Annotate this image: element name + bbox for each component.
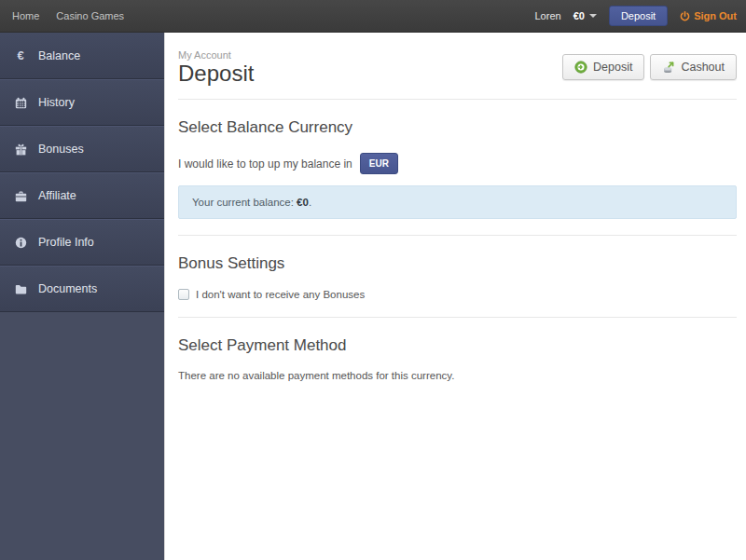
deposit-action-label: Deposit: [593, 61, 632, 74]
caret-down-icon: [589, 14, 597, 18]
current-balance-label: Your current balance:: [192, 197, 294, 208]
euro-icon: €: [11, 48, 30, 62]
bonus-checkbox-row: I don't want to receive any Bonuses: [178, 289, 737, 300]
sidebar-item-bonuses[interactable]: Bonuses: [0, 126, 164, 172]
calendar-icon: [11, 97, 30, 109]
topbar-deposit-button[interactable]: Deposit: [609, 6, 668, 26]
currency-section-heading: Select Balance Currency: [178, 118, 737, 137]
currency-select-button[interactable]: EUR: [360, 153, 398, 174]
current-balance-value: €0: [297, 197, 309, 208]
briefcase-icon: [11, 190, 30, 202]
main-header: My Account Deposit Deposit: [178, 49, 737, 86]
sidebar-item-label: Balance: [38, 49, 80, 62]
breadcrumb: My Account: [178, 49, 254, 61]
section-divider: [178, 235, 737, 236]
header-actions: Deposit Cashout: [562, 49, 737, 80]
signout-label: Sign Out: [694, 10, 737, 21]
currency-row: I would like to top up my balance in EUR: [178, 153, 737, 174]
signout-button[interactable]: Sign Out: [680, 10, 737, 21]
sidebar-item-affiliate[interactable]: Affiliate: [0, 172, 164, 219]
topbar-nav: Home Casino Games: [12, 10, 124, 21]
bonus-section-heading: Bonus Settings: [178, 254, 737, 273]
deposit-coin-icon: [574, 61, 587, 74]
sidebar-item-label: History: [38, 96, 75, 109]
nav-casino-games[interactable]: Casino Games: [56, 10, 124, 21]
sidebar-item-label: Profile Info: [38, 236, 94, 249]
section-divider: [178, 317, 737, 318]
no-bonuses-checkbox[interactable]: [178, 289, 189, 300]
current-balance-suffix: .: [309, 197, 311, 208]
balance-amount: €0: [573, 10, 585, 21]
page-title: Deposit: [178, 61, 254, 86]
currency-prompt: I would like to top up my balance in: [178, 157, 352, 171]
sidebar-item-label: Affiliate: [38, 189, 76, 202]
no-bonuses-label: I don't want to receive any Bonuses: [196, 289, 365, 300]
cashout-action-label: Cashout: [681, 61, 725, 74]
balance-dropdown[interactable]: €0: [573, 10, 597, 21]
title-block: My Account Deposit: [178, 49, 254, 86]
cashout-coins-icon: [662, 61, 675, 74]
sidebar: € Balance History: [0, 33, 165, 560]
cashout-action-button[interactable]: Cashout: [650, 54, 737, 80]
current-balance-box: Your current balance: €0.: [178, 185, 737, 219]
sidebar-item-profile-info[interactable]: Profile Info: [0, 219, 164, 266]
sidebar-item-documents[interactable]: Documents: [0, 266, 164, 312]
payment-section-heading: Select Payment Method: [178, 336, 737, 355]
app-window: Home Casino Games Loren €0 Deposit Sign …: [0, 0, 746, 560]
sidebar-item-balance[interactable]: € Balance: [0, 33, 164, 79]
info-icon: [11, 237, 30, 249]
no-payment-methods-message: There are no available payment methods f…: [178, 370, 737, 381]
deposit-action-button[interactable]: Deposit: [562, 54, 644, 80]
topbar-right: Loren €0 Deposit Sign Out: [534, 6, 737, 26]
topbar: Home Casino Games Loren €0 Deposit Sign …: [0, 0, 746, 33]
main-content: My Account Deposit Deposit: [165, 33, 746, 560]
username-label: Loren: [534, 10, 560, 21]
folder-icon: [11, 283, 30, 295]
sidebar-item-label: Bonuses: [38, 143, 84, 156]
sidebar-item-label: Documents: [38, 282, 97, 295]
gift-icon: [11, 143, 30, 156]
power-icon: [680, 11, 690, 21]
nav-home[interactable]: Home: [12, 10, 39, 21]
sidebar-item-history[interactable]: History: [0, 79, 164, 126]
header-divider: [178, 99, 737, 100]
